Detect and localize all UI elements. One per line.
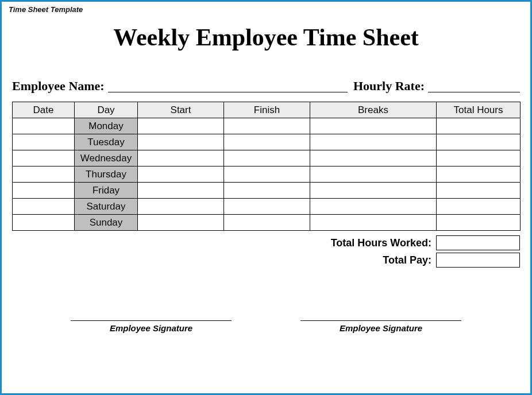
signature-line[interactable] [71, 320, 232, 321]
cell-breaks[interactable] [310, 215, 437, 231]
cell-day: Thursday [75, 166, 138, 183]
timesheet-page: Time Sheet Template Weekly Employee Time… [0, 0, 532, 395]
cell-date[interactable] [13, 150, 75, 166]
hourly-rate-input[interactable] [428, 80, 520, 92]
cell-start[interactable] [138, 118, 224, 134]
total-hours-row: Total Hours Worked: [12, 234, 520, 251]
signature-block: Employee Signature Employee Signature [2, 320, 530, 333]
cell-breaks[interactable] [310, 166, 437, 183]
table-row: Saturday [13, 199, 521, 215]
col-total: Total Hours [437, 102, 521, 118]
cell-date[interactable] [13, 215, 75, 231]
cell-total[interactable] [437, 118, 521, 134]
totals-block: Total Hours Worked: Total Pay: [12, 234, 520, 269]
info-row: Employee Name: Hourly Rate: [2, 79, 530, 94]
cell-breaks[interactable] [310, 183, 437, 199]
cell-total[interactable] [437, 183, 521, 199]
cell-finish[interactable] [224, 166, 310, 183]
timesheet-table: Date Day Start Finish Breaks Total Hours… [12, 102, 521, 231]
cell-finish[interactable] [224, 199, 310, 215]
cell-day: Wednesday [75, 150, 138, 166]
template-label: Time Sheet Template [9, 5, 83, 14]
cell-finish[interactable] [224, 134, 310, 150]
cell-breaks[interactable] [310, 118, 437, 134]
cell-date[interactable] [13, 183, 75, 199]
table-row: Thursday [13, 166, 521, 183]
cell-day: Tuesday [75, 134, 138, 150]
table-row: Wednesday [13, 150, 521, 166]
cell-finish[interactable] [224, 118, 310, 134]
cell-start[interactable] [138, 166, 224, 183]
cell-total[interactable] [437, 150, 521, 166]
employee-signature-right: Employee Signature [300, 320, 461, 333]
cell-date[interactable] [13, 199, 75, 215]
cell-date[interactable] [13, 134, 75, 150]
cell-breaks[interactable] [310, 199, 437, 215]
cell-day: Sunday [75, 215, 138, 231]
cell-finish[interactable] [224, 150, 310, 166]
total-pay-label: Total Pay: [383, 254, 436, 266]
cell-total[interactable] [437, 199, 521, 215]
table-row: Friday [13, 183, 521, 199]
employee-signature-left: Employee Signature [71, 320, 232, 333]
cell-total[interactable] [437, 166, 521, 183]
signature-line[interactable] [300, 320, 461, 321]
col-finish: Finish [224, 102, 310, 118]
signature-label-left: Employee Signature [110, 323, 192, 333]
cell-breaks[interactable] [310, 150, 437, 166]
col-start: Start [138, 102, 224, 118]
cell-start[interactable] [138, 215, 224, 231]
cell-finish[interactable] [224, 215, 310, 231]
col-breaks: Breaks [310, 102, 437, 118]
total-hours-worked-value[interactable] [436, 235, 520, 250]
cell-total[interactable] [437, 215, 521, 231]
cell-start[interactable] [138, 199, 224, 215]
col-day: Day [75, 102, 138, 118]
cell-start[interactable] [138, 150, 224, 166]
cell-breaks[interactable] [310, 134, 437, 150]
cell-day: Saturday [75, 199, 138, 215]
cell-start[interactable] [138, 183, 224, 199]
cell-day: Monday [75, 118, 138, 134]
cell-date[interactable] [13, 118, 75, 134]
col-date: Date [13, 102, 75, 118]
table-row: Tuesday [13, 134, 521, 150]
cell-finish[interactable] [224, 183, 310, 199]
table-row: Monday [13, 118, 521, 134]
cell-day: Friday [75, 183, 138, 199]
employee-name-input[interactable] [108, 80, 348, 92]
table-header-row: Date Day Start Finish Breaks Total Hours [13, 102, 521, 118]
cell-date[interactable] [13, 166, 75, 183]
hourly-rate-label: Hourly Rate: [353, 79, 425, 94]
page-title: Weekly Employee Time Sheet [2, 24, 530, 51]
employee-name-label: Employee Name: [12, 79, 105, 94]
table-row: Sunday [13, 215, 521, 231]
cell-total[interactable] [437, 134, 521, 150]
signature-label-right: Employee Signature [340, 323, 422, 333]
cell-start[interactable] [138, 134, 224, 150]
total-hours-worked-label: Total Hours Worked: [331, 237, 436, 249]
total-pay-row: Total Pay: [12, 251, 520, 269]
total-pay-value[interactable] [436, 253, 520, 268]
